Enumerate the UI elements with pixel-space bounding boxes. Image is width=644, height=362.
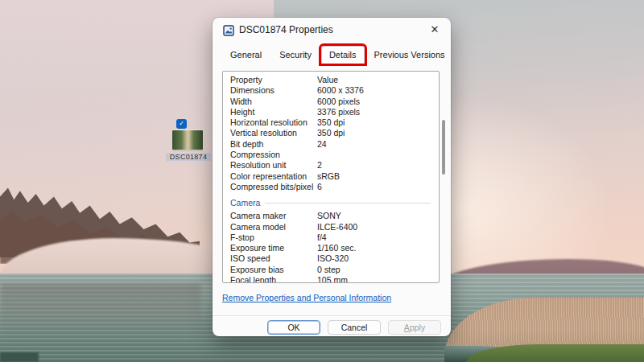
desktop: ✓ DSC01874 DSC01874 Properties ✕ General… [0,0,644,362]
property-value: ILCE-6400 [317,222,439,232]
dialog-titlebar[interactable]: DSC01874 Properties ✕ [213,18,451,42]
property-value: 24 [317,139,439,150]
property-value: 105 mm [317,275,439,283]
property-name: Exposure bias [230,265,317,275]
photo-thumbnail[interactable] [172,130,203,150]
property-name: Camera model [230,222,317,232]
property-row: Bit depth24 [230,139,439,150]
file-label: DSC01874 [166,153,211,161]
column-header-property: Property [230,75,317,85]
property-row: Horizontal resolution350 dpi [230,117,439,128]
tab-previous-versions[interactable]: Previous Versions [366,46,453,64]
close-icon[interactable]: ✕ [426,22,444,38]
dialog-title: DSC01874 Properties [239,24,333,35]
image-file-icon [223,25,234,36]
selection-checkbox-icon[interactable]: ✓ [176,119,187,129]
property-row: Height3376 pixels [230,107,439,117]
remove-properties-link[interactable]: Remove Properties and Personal Informati… [222,293,391,302]
property-row: Compression [230,150,439,160]
property-row: Exposure time1/160 sec. [230,243,439,253]
property-value [317,150,439,160]
property-name: Width [230,97,317,107]
property-value: 6000 pixels [317,97,439,107]
property-row: Camera modelILCE-6400 [230,222,439,232]
rows-main: Dimensions6000 x 3376Width6000 pixelsHei… [230,85,439,192]
property-name: F-stop [230,232,317,243]
property-row: Exposure bias0 step [230,265,439,275]
tab-general[interactable]: General [222,46,270,64]
section-divider [265,203,431,204]
property-row: Width6000 pixels [230,97,439,107]
property-row: Camera makerSONY [230,211,439,221]
column-header-value: Value [317,75,439,85]
wallpaper-dark-corner [0,352,39,362]
scrollbar-thumb[interactable] [442,120,445,175]
tab-details[interactable]: Details [321,46,365,64]
property-name: Focal length [230,275,317,283]
property-name: Height [230,107,317,117]
property-name: Compression [230,150,317,160]
camera-section-header: Camera [230,196,439,209]
property-name: Camera maker [230,211,317,221]
properties-dialog: DSC01874 Properties ✕ GeneralSecurityDet… [213,18,451,336]
tab-strip: GeneralSecurityDetailsPrevious Versions [222,45,453,64]
property-value: 6000 x 3376 [317,85,439,96]
button-row: OK Cancel Apply [213,320,451,336]
property-row: Dimensions6000 x 3376 [230,85,439,96]
property-name: Horizontal resolution [230,117,317,128]
property-value: 3376 pixels [317,107,439,117]
property-value: SONY [317,211,439,221]
property-name: Vertical resolution [230,128,317,138]
wallpaper-tree-reflection [0,283,201,348]
property-row: Focal length105 mm [230,275,439,283]
property-value: 0 step [317,265,439,275]
property-row: Vertical resolution350 dpi [230,128,439,138]
tab-security[interactable]: Security [271,46,320,64]
list-header-row: Property Value [230,75,439,85]
footer-divider [213,315,451,316]
property-value: 350 dpi [317,128,439,138]
property-value: 2 [317,160,439,171]
property-row: ISO speedISO-320 [230,253,439,264]
rows-camera: Camera makerSONYCamera modelILCE-6400F-s… [230,211,439,283]
property-name: Color representation [230,171,317,182]
ok-button[interactable]: OK [267,320,320,335]
property-value: 350 dpi [317,117,439,128]
property-row: Compressed bits/pixel6 [230,182,439,192]
property-row: F-stopf/4 [230,232,439,243]
property-value: ISO-320 [317,253,439,264]
cancel-button[interactable]: Cancel [328,320,381,335]
property-name: Exposure time [230,243,317,253]
property-value: f/4 [317,232,439,243]
property-value: 1/160 sec. [317,243,439,253]
property-value: sRGB [317,171,439,182]
property-name: Dimensions [230,85,317,96]
property-name: Compressed bits/pixel [230,182,317,192]
list-scrollbar[interactable] [440,72,447,282]
desktop-file-dsc01874[interactable]: ✓ DSC01874 [166,116,211,166]
property-row: Color representationsRGB [230,171,439,182]
apply-button[interactable]: Apply [388,320,441,335]
property-list: Property Value Dimensions6000 x 3376Widt… [222,71,440,283]
property-name: ISO speed [230,253,317,264]
property-row: Resolution unit2 [230,160,439,171]
property-name: Resolution unit [230,160,317,171]
property-value: 6 [317,182,439,192]
property-name: Bit depth [230,139,317,150]
camera-section-title: Camera [230,198,260,208]
